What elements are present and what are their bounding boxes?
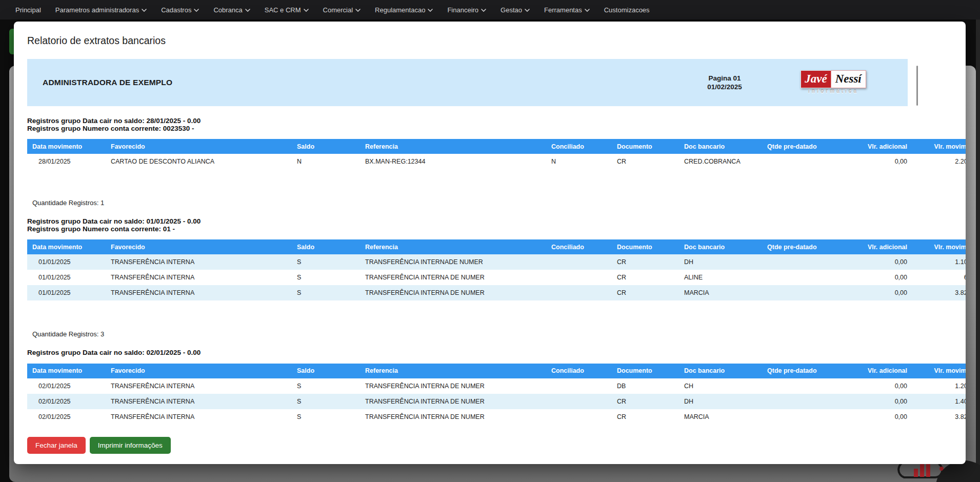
table-cell: S [297,378,365,394]
column-header: Saldo [297,239,365,254]
quantity-label: Quantidade Registros: 3 [27,330,952,338]
table-cell: BX.MAN-REG:12344 [365,154,551,169]
group-header-line: Registros grupo Numero conta corrente: 0… [27,125,952,133]
table-cell: MARCIA [684,409,767,425]
table-cell: 0,00 [851,285,913,300]
nav-item-label: Principal [15,6,41,14]
table-cell: TRANSFERÊNCIA INTERNA [111,409,297,425]
chevron-down-icon [355,9,361,12]
table-cell: CR [617,270,684,285]
group-header: Registros grupo Data cair no saldo: 28/0… [27,117,952,132]
table-cell: 0,00 [851,154,913,169]
table-cell: 3.824,73 [913,409,966,425]
table-cell [551,285,617,300]
table-cell: CR [617,394,684,409]
nav-item[interactable]: Principal [15,6,41,14]
report-table: Data movimentoFavorecidoSaldoReferenciaC… [27,139,966,169]
table-cell [551,254,617,270]
table-cell: CR [617,409,684,425]
chevron-down-icon [585,9,590,12]
table-cell: CR [617,285,684,300]
table-cell: DH [684,394,767,409]
table-cell: TRANSFERÊNCIA INTERNA [111,285,297,300]
nav-item[interactable]: Cobranca [213,6,250,14]
print-info-button[interactable]: Imprimir informações [90,437,171,454]
table-cell [551,270,617,285]
table-cell: 01/01/2025 [27,254,111,270]
table-cell: 1.400,00 [913,394,966,409]
table-cell: TRANSFERÊNCIA INTERNA [111,378,297,394]
modal-scrollbar-thumb[interactable] [916,66,918,106]
column-header: Documento [617,139,684,154]
nav-item[interactable]: Financeiro [447,6,486,14]
column-header: Documento [617,364,684,378]
report-group: Registros grupo Data cair no saldo: 02/0… [27,349,952,425]
table-cell: TRANSFERÊNCIA INTERNADE NUMER [365,254,551,270]
table-cell: 60,10 [913,270,966,285]
window-scrollbar-track[interactable] [976,19,980,482]
nav-item[interactable]: Comercial [323,6,361,14]
column-header: Favorecido [111,139,297,154]
chevron-down-icon [304,9,309,12]
report-date: 01/02/2025 [689,83,761,91]
table-cell: 0,00 [851,378,913,394]
table-cell [767,270,851,285]
column-header: Data movimento [27,139,111,154]
column-header: Vlr. movimento [913,364,966,378]
group-header-line: Registros grupo Data cair no saldo: 01/0… [27,218,952,226]
column-header: Vlr. adicional [851,364,913,378]
column-header: Vlr. adicional [851,239,913,254]
table-cell: S [297,409,365,425]
table-row: 02/01/2025TRANSFERÊNCIA INTERNASTRANSFER… [27,394,966,409]
page-number: Pagina 01 [689,74,761,83]
table-cell: 02/01/2025 [27,409,111,425]
column-header: Conciliado [551,239,617,254]
close-window-button[interactable]: Fechar janela [27,437,86,454]
table-cell: 3.824,08 [913,285,966,300]
chevron-down-icon [481,9,486,12]
column-header: Favorecido [111,239,297,254]
nav-item[interactable]: SAC e CRM [265,6,309,14]
column-header: Doc bancario [684,139,767,154]
vendor-logo-part2: Nessí [831,70,866,88]
table-cell: MARCIA [684,285,767,300]
table-cell [551,394,617,409]
nav-item-label: Gestao [501,6,522,14]
table-cell: S [297,285,365,300]
column-header: Documento [617,239,684,254]
column-header: Qtde pre-datado [767,239,851,254]
column-header: Referencia [365,139,551,154]
quantity-label: Quantidade Registros: 1 [27,199,952,207]
column-header: Data movimento [27,364,111,378]
table-cell: 02/01/2025 [27,378,111,394]
nav-item[interactable]: Regulamentacao [375,6,433,14]
table-cell: TRANSFERÊNCIA INTERNA [111,270,297,285]
nav-item[interactable]: Customizacoes [604,6,650,14]
table-cell: 0,00 [851,394,913,409]
table-row: 02/01/2025TRANSFERÊNCIA INTERNASTRANSFER… [27,378,966,394]
chevron-down-icon [245,9,250,12]
group-header: Registros grupo Data cair no saldo: 02/0… [27,349,952,357]
nav-item-label: Comercial [323,6,353,14]
table-cell [767,409,851,425]
nav-item[interactable]: Parametros administradoras [55,6,147,14]
column-header: Qtde pre-datado [767,139,851,154]
column-header: Referencia [365,364,551,378]
report-header-band: ADMINISTRADORA DE EXEMPLO Pagina 01 01/0… [27,59,908,106]
table-cell: S [297,394,365,409]
column-header: Favorecido [111,364,297,378]
modal-footer: Fechar janela Imprimir informações [27,437,952,454]
group-header-line: Registros grupo Data cair no saldo: 02/0… [27,349,952,357]
nav-item[interactable]: Cadastros [161,6,199,14]
report-table: Data movimentoFavorecidoSaldoReferenciaC… [27,239,966,300]
column-header: Vlr. movimento [913,139,966,154]
table-cell: 01/01/2025 [27,270,111,285]
column-header: Saldo [297,139,365,154]
nav-item-label: Regulamentacao [375,6,425,14]
nav-item[interactable]: Gestao [501,6,530,14]
column-header: Doc bancario [684,239,767,254]
table-header-row: Data movimentoFavorecidoSaldoReferenciaC… [27,139,966,154]
nav-item[interactable]: Ferramentas [544,6,590,14]
nav-item-label: Cobranca [213,6,242,14]
chevron-down-icon [525,9,530,12]
